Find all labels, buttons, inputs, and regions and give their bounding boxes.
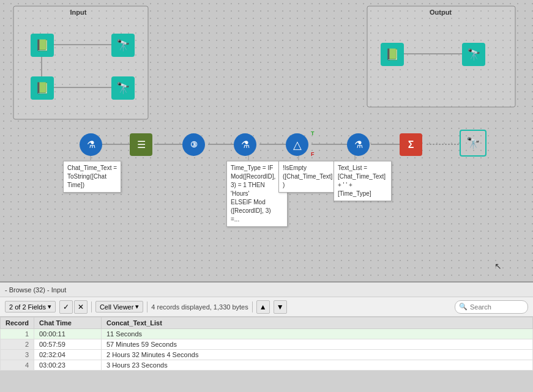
separator-1 — [91, 301, 92, 312]
table-row: 200:57:5957 Minutes 59 Seconds — [1, 339, 533, 350]
table-row: 302:32:042 Hours 32 Minutes 4 Seconds — [1, 350, 533, 360]
cell-chat-time: 03:00:23 — [34, 360, 102, 371]
formula-node-10[interactable]: ⚗ — [234, 133, 256, 156]
cell-concat: 2 Hours 32 Minutes 4 Seconds — [102, 350, 533, 360]
separator-3 — [252, 301, 253, 312]
select-node-8[interactable]: ☰ — [130, 133, 152, 156]
cell-chat-time: 00:57:59 — [34, 339, 102, 350]
cell-concat: 11 Seconds — [102, 329, 533, 339]
svg-text:T: T — [311, 130, 315, 136]
sort-down-button[interactable]: ▼ — [274, 300, 287, 314]
cell-record: 2 — [1, 339, 34, 350]
cell-chat-time: 02:32:04 — [34, 350, 102, 360]
search-icon: 🔍 — [459, 303, 468, 311]
table-row: 403:00:233 Hours 23 Seconds — [1, 360, 533, 371]
formula-node-7[interactable]: ⚗ — [80, 133, 102, 156]
binoculars-node-6[interactable]: 🔭 — [462, 43, 485, 66]
bottom-panel: - Browse (32) - Input 2 of 2 Fields ▾ ✓ … — [0, 281, 533, 371]
data-table-container: Record Chat Time Concat_Text_List 100:00… — [0, 317, 533, 371]
cell-record: 3 — [1, 350, 34, 360]
binoculars-node-4[interactable]: 🔭 — [111, 76, 135, 100]
data-table: Record Chat Time Concat_Text_List 100:00… — [0, 317, 533, 371]
check-icon[interactable]: ✓ — [59, 300, 73, 314]
cell-chat-time: 00:00:11 — [34, 329, 102, 339]
cell-concat: 3 Hours 23 Seconds — [102, 360, 533, 371]
svg-text:↖: ↖ — [494, 261, 502, 271]
cell-record: 1 — [1, 329, 34, 339]
separator-2 — [147, 301, 147, 312]
panel-header: - Browse (32) - Input — [0, 283, 533, 297]
number3-node-9[interactable]: ③ — [182, 133, 205, 156]
records-info: 4 records displayed, 1,330 bytes — [151, 303, 248, 311]
cell-viewer-label: Cell Viewer — [100, 303, 133, 311]
book-node-5[interactable]: 📗 — [381, 43, 404, 66]
tooltip-filter: !IsEmpty ([Chat_Time_Text] ) — [278, 161, 337, 193]
fields-selector[interactable]: 2 of 2 Fields ▾ — [5, 301, 56, 312]
tooltip-formula-3: Text_List = [Chat_Time_Text] + ' ' + [Ti… — [334, 161, 392, 201]
browse-output-node-14[interactable]: 🔭 — [460, 130, 486, 157]
binoculars-node-2[interactable]: 🔭 — [111, 34, 135, 57]
svg-rect-0 — [13, 6, 148, 119]
search-input[interactable] — [470, 303, 519, 311]
formula-node-12[interactable]: ⚗ — [347, 133, 370, 156]
col-concat: Concat_Text_List — [102, 317, 533, 329]
cell-record: 4 — [1, 360, 34, 371]
svg-text:Output: Output — [430, 9, 452, 16]
panel-toolbar: 2 of 2 Fields ▾ ✓ ✕ Cell Viewer ▾ 4 reco… — [0, 297, 533, 317]
tooltip-formula-1: Chat_Time_Text = ToString([Chat Time]) — [63, 161, 121, 193]
book-node-3[interactable]: 📗 — [31, 76, 54, 100]
book-node-1[interactable]: 📗 — [31, 34, 54, 57]
svg-text:Input: Input — [70, 9, 87, 16]
x-icon[interactable]: ✕ — [74, 300, 88, 314]
search-box[interactable]: 🔍 — [455, 300, 528, 314]
filter-node-11[interactable]: △ — [286, 133, 308, 156]
workflow-canvas: Input Output T F ↖ 📗 — [0, 0, 533, 281]
col-chat-time: Chat Time — [34, 317, 102, 329]
fields-chevron-icon: ▾ — [48, 303, 51, 311]
col-record: Record — [1, 317, 34, 329]
cell-viewer-chevron-icon: ▾ — [135, 303, 139, 311]
cell-viewer-selector[interactable]: Cell Viewer ▾ — [95, 301, 143, 312]
panel-title: - Browse (32) - Input — [5, 286, 66, 294]
cell-concat: 57 Minutes 59 Seconds — [102, 339, 533, 350]
table-row: 100:00:1111 Seconds — [1, 329, 533, 339]
svg-text:F: F — [311, 151, 315, 157]
fields-label: 2 of 2 Fields — [9, 303, 46, 311]
summarize-node-13[interactable]: Σ — [400, 133, 422, 156]
sort-up-button[interactable]: ▲ — [256, 300, 270, 314]
